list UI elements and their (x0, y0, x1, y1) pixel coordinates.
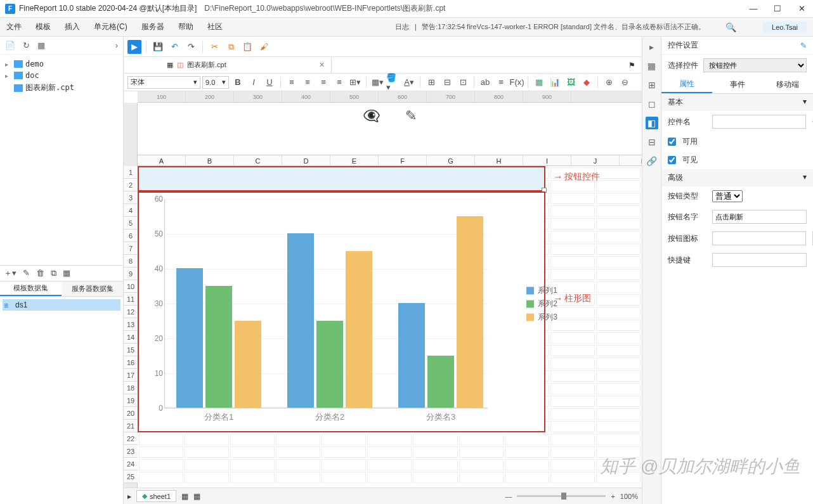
image-icon[interactable]: 🖼 (564, 75, 578, 89)
zoom-slider[interactable] (517, 495, 606, 497)
zoom-in-button[interactable]: + (611, 493, 615, 500)
paste-icon[interactable]: 📋 (240, 40, 254, 54)
minimize-button[interactable]: — (747, 4, 760, 13)
rail-cell-icon[interactable]: ▦ (646, 60, 658, 72)
cell-icon[interactable]: ▦ (532, 75, 546, 89)
align-right-icon[interactable]: ≡ (316, 75, 330, 89)
eye-off-icon[interactable]: 👁‍🗨 (363, 108, 380, 124)
menu-server[interactable]: 服务器 (141, 22, 164, 32)
rail-widget-icon[interactable]: ◧ (646, 117, 658, 129)
menu-community[interactable]: 社区 (207, 22, 223, 32)
menu-cell[interactable]: 单元格(C) (94, 22, 127, 32)
redo-icon[interactable]: ↷ (184, 40, 198, 54)
tree-item-doc[interactable]: ▸doc (3, 70, 120, 81)
copy-icon[interactable]: ⧉ (51, 268, 56, 278)
enabled-checkbox[interactable] (668, 138, 676, 146)
italic-icon[interactable]: I (247, 75, 261, 89)
select-widget-dropdown[interactable]: 按钮控件 (703, 58, 807, 72)
btn-icon-input[interactable] (712, 231, 806, 245)
zoom-out-button[interactable]: — (505, 493, 512, 500)
bold-icon[interactable]: B (231, 75, 245, 89)
add-dataset-icon[interactable]: ＋▾ (4, 268, 16, 279)
prop-edit-icon[interactable]: ✎ (800, 41, 807, 50)
merge-icon[interactable]: ⊞ (424, 75, 438, 89)
zoom-in-icon[interactable]: ⊕ (602, 75, 616, 89)
formula-icon[interactable]: ≡ (494, 75, 508, 89)
font-color-icon[interactable]: A▾ (402, 75, 416, 89)
prop-tab-mobile[interactable]: 移动端 (762, 76, 813, 93)
shape-icon[interactable]: ◆ (580, 75, 594, 89)
copy-icon[interactable]: ⧉ (224, 40, 238, 54)
rail-link-icon[interactable]: 🔗 (646, 155, 658, 167)
unmerge-icon[interactable]: ⊡ (456, 75, 470, 89)
textbox-icon[interactable]: ab (478, 75, 492, 89)
shortcut-input[interactable] (712, 253, 807, 267)
preview-icon[interactable]: ▶ (127, 40, 141, 54)
property-panel: 控件设置 ✎ 选择控件 按钮控件 属性 事件 移动端 基本▾ 控件名 ▾ 可用 … (661, 37, 813, 504)
sheet-area[interactable]: 100200300400500600700800900 👁‍🗨 ✎ ABCDEF… (124, 91, 642, 504)
shortcut-label: 快捷键 (668, 255, 706, 266)
prop-tab-attr[interactable]: 属性 (661, 76, 712, 93)
rail-db-icon[interactable]: ⊞ (646, 79, 658, 91)
border-icon[interactable]: ▦▾ (370, 75, 384, 89)
pencil-icon[interactable]: ✎ (405, 108, 417, 124)
button-widget-selection[interactable] (138, 166, 545, 191)
edit-icon[interactable]: ✎ (23, 268, 30, 278)
chart-icon[interactable]: 📊 (548, 75, 562, 89)
split-icon[interactable]: ⊟ (440, 75, 454, 89)
new-file-icon[interactable]: 📄 (5, 41, 15, 50)
sheet-tool-2[interactable]: ▦ (193, 492, 200, 501)
rail-cond-icon[interactable]: ⊟ (646, 136, 658, 148)
menu-insert[interactable]: 插入 (65, 22, 80, 32)
list-icon[interactable]: ▦ (37, 41, 45, 50)
tree-item-file[interactable]: 图表刷新.cpt (3, 81, 120, 94)
tree-item-demo[interactable]: ▸demo (3, 58, 120, 70)
dataset-item-ds1[interactable]: ≡ds1 (3, 299, 120, 311)
delete-icon[interactable]: 🗑 (36, 268, 44, 278)
paste-icon[interactable]: ▦ (63, 268, 70, 278)
log-bar[interactable]: 日志 | 警告:17:32:54 fireVcs-147-worker-1 ER… (395, 22, 705, 32)
cut-icon[interactable]: ✂ (207, 40, 221, 54)
align-center-icon[interactable]: ≡ (301, 75, 315, 89)
refresh-icon[interactable]: ↻ (23, 41, 30, 50)
close-button[interactable]: ✕ (795, 4, 808, 13)
prop-section-adv[interactable]: 高级▾ (661, 169, 813, 186)
sheet-tool-1[interactable]: ▦ (181, 492, 188, 501)
prop-tabs: 属性 事件 移动端 (661, 76, 813, 94)
flag-icon[interactable]: ⚑ (628, 61, 635, 70)
menu-file[interactable]: 文件 (6, 22, 22, 32)
font-family-select[interactable]: 宋体▾ (127, 76, 200, 89)
rail-expand-icon[interactable]: ▸ (646, 41, 658, 53)
search-icon[interactable]: 🔍 (725, 22, 736, 32)
ctl-name-input[interactable] (712, 115, 806, 129)
tab-server-dataset[interactable]: 服务器数据集 (62, 281, 123, 296)
menu-help[interactable]: 帮助 (178, 22, 193, 32)
prop-section-basic[interactable]: 基本▾ (661, 94, 813, 111)
user-badge[interactable]: Leo.Tsai (763, 22, 807, 33)
menu-template[interactable]: 模板 (36, 22, 51, 32)
fx-icon[interactable]: F(x) (510, 75, 524, 89)
undo-icon[interactable]: ↶ (167, 40, 181, 54)
visible-checkbox[interactable] (668, 156, 676, 164)
tab-template-dataset[interactable]: 模板数据集 (0, 281, 62, 296)
indent-icon[interactable]: ⊞▾ (348, 75, 362, 89)
align-left-icon[interactable]: ≡ (285, 75, 299, 89)
btn-type-select[interactable]: 普通 (712, 190, 743, 202)
more-icon[interactable]: › (115, 41, 118, 50)
font-size-select[interactable]: 9.0▾ (202, 76, 229, 89)
maximize-button[interactable]: ☐ (771, 4, 784, 13)
prop-tab-event[interactable]: 事件 (712, 76, 763, 93)
fill-color-icon[interactable]: 🪣▾ (386, 75, 400, 89)
btn-name-input[interactable] (712, 210, 807, 224)
align-justify-icon[interactable]: ≡ (332, 75, 346, 89)
sheet-tab-1[interactable]: ◆sheet1 (136, 490, 176, 502)
zoom-out-icon[interactable]: ⊖ (618, 75, 632, 89)
save-icon[interactable]: 💾 (151, 40, 165, 54)
rail-crop-icon[interactable]: ◻ (646, 98, 658, 110)
tab-current-file[interactable]: ▦ ◫ 图表刷新.cpt ✕ (160, 57, 332, 73)
underline-icon[interactable]: U (263, 75, 276, 89)
tab-close-icon[interactable]: ✕ (319, 61, 325, 69)
chart-widget[interactable]: 0102030405060分类名1分类名2分类名3系列1系列2系列3 (138, 191, 545, 432)
format-painter-icon[interactable]: 🖌 (257, 40, 271, 54)
sheet-tab-add[interactable]: ▸ (127, 492, 131, 501)
